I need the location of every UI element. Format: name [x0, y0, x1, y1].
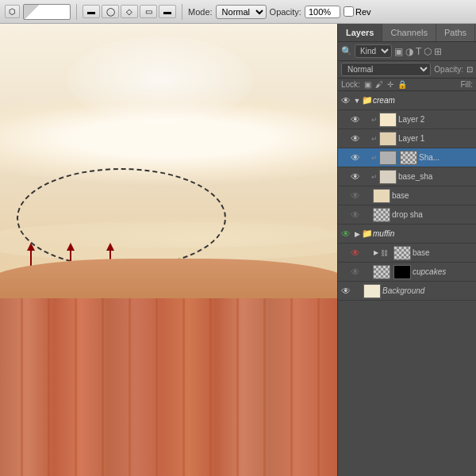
- layer-cupcakes[interactable]: 👁 cupcakes: [338, 263, 476, 282]
- filter-adj-icon[interactable]: ◑: [405, 46, 413, 57]
- cupcake-canvas: Drag the Gradient in this Direction: [0, 24, 337, 476]
- layer-base2[interactable]: 👁 ▶ ⛓ base: [338, 244, 476, 263]
- mode-label: Mode:: [188, 7, 213, 17]
- lock-transparent-icon[interactable]: ▣: [364, 80, 371, 89]
- canvas-area[interactable]: Drag the Gradient in this Direction: [0, 24, 337, 476]
- filter-pixel-icon[interactable]: ▣: [394, 46, 403, 57]
- stripe-2: [48, 298, 50, 476]
- layer-layer1[interactable]: 👁 ↵ Layer 1: [338, 129, 476, 148]
- eye-cupcakes[interactable]: 👁: [349, 267, 362, 278]
- filter-smart-icon[interactable]: ⊞: [434, 46, 442, 57]
- link-shape: ↵: [371, 154, 378, 162]
- thumb-base: [373, 189, 390, 203]
- shape-rect-btn[interactable]: ▬: [83, 5, 100, 18]
- filter-shape-icon[interactable]: ⬡: [424, 46, 432, 57]
- lock-all-icon[interactable]: 🔒: [397, 80, 407, 89]
- layer-base-sha[interactable]: 👁 ↵ base_sha: [338, 167, 476, 186]
- stripe-10: [263, 298, 266, 476]
- stripe-1: [21, 298, 23, 476]
- eye-base-sha[interactable]: 👁: [349, 171, 362, 182]
- thumb-base-sha: [379, 170, 397, 184]
- expand-cream[interactable]: ▼: [352, 97, 362, 105]
- tab-paths[interactable]: Paths: [436, 24, 475, 41]
- stripe-3: [75, 298, 77, 476]
- thumb-layer1: [379, 132, 397, 146]
- layer-drop-sha[interactable]: 👁 drop sha: [338, 205, 476, 225]
- eye-drop-sha[interactable]: 👁: [349, 209, 362, 221]
- lock-paint-icon[interactable]: 🖌: [375, 80, 383, 89]
- fill-label: Fill:: [460, 80, 473, 89]
- main-toolbar: ⬡ ▬ ◯ ◇ ▭ ▬ Mode: Normal Opacity: Rev: [0, 0, 476, 24]
- opacity-label: Opacity:: [434, 65, 463, 74]
- opacity-label: Opacity:: [270, 7, 301, 17]
- blend-mode-row: Normal Opacity: ⊡: [338, 61, 476, 79]
- eye-shape[interactable]: 👁: [349, 152, 362, 163]
- shape-rect2-btn[interactable]: ▭: [140, 5, 157, 18]
- shape-rect3-btn[interactable]: ▬: [159, 5, 176, 18]
- lock-row: Lock: ▣ 🖌 ✛ 🔒 Fill:: [338, 79, 476, 91]
- eye-cream[interactable]: 👁: [340, 95, 352, 106]
- layer-shape[interactable]: 👁 ↵ Sha...: [338, 148, 476, 167]
- shape-diamond-btn[interactable]: ◇: [121, 5, 138, 18]
- link-layer2: ↵: [371, 116, 378, 124]
- rev-label: Rev: [344, 6, 371, 17]
- eye-layer1[interactable]: 👁: [349, 133, 362, 144]
- eye-layer2[interactable]: 👁: [349, 114, 362, 125]
- brush-shape-buttons: ▬ ◯ ◇ ▭ ▬: [83, 5, 176, 18]
- arrow-3-head: [106, 243, 114, 251]
- stripe-4: [102, 298, 104, 476]
- brush-preview: [23, 4, 71, 20]
- eye-base2[interactable]: 👁: [349, 248, 362, 259]
- arrow-2-head: [67, 243, 75, 251]
- chain-base2: ⛓: [381, 249, 392, 257]
- stripe-7: [182, 298, 185, 476]
- thumb-shape1: [379, 151, 397, 165]
- tool-button-1[interactable]: ⬡: [5, 5, 20, 18]
- muffin-group-name: muffin: [373, 229, 474, 238]
- folder-muffin: 📁: [362, 228, 373, 239]
- cream-group-name: cream: [373, 96, 474, 105]
- filter-icons: ▣ ◑ T ⬡ ⊞: [394, 46, 442, 57]
- tab-channels[interactable]: Channels: [382, 24, 436, 41]
- layer2-name: Layer 2: [398, 115, 474, 124]
- lock-move-icon[interactable]: ✛: [387, 80, 393, 89]
- base-name: base: [392, 191, 474, 200]
- thumb-base2: [393, 246, 411, 260]
- lock-label: Lock:: [341, 80, 360, 89]
- layer-layer2[interactable]: 👁 ↵ Layer 2: [338, 110, 476, 129]
- thumb-layer2: [379, 113, 397, 127]
- panel-tabs: Layers Channels Paths: [338, 24, 476, 42]
- link-layer1: ↵: [371, 135, 378, 143]
- eye-muffin[interactable]: 👁: [340, 228, 352, 240]
- expand-base2[interactable]: ▶: [371, 249, 381, 256]
- search-icon: 🔍: [341, 46, 352, 56]
- thumb-shape2: [400, 151, 417, 165]
- link-base-sha: ↵: [371, 173, 378, 181]
- opacity-input[interactable]: [305, 6, 340, 18]
- folder-cream: 📁: [362, 95, 373, 106]
- muffin-body: [0, 259, 337, 476]
- layer-base[interactable]: 👁 base: [338, 186, 476, 205]
- panel-search-row: 🔍 Kind ▣ ◑ T ⬡ ⊞: [338, 42, 476, 61]
- layer-muffin-group[interactable]: 👁 ▶ 📁 muffin: [338, 225, 476, 244]
- shape-circle-btn[interactable]: ◯: [102, 5, 119, 18]
- layer-background[interactable]: 👁 Background: [338, 282, 476, 301]
- separator-1: [76, 4, 77, 20]
- thumb-background: [363, 284, 381, 298]
- kind-select[interactable]: Kind: [355, 44, 392, 58]
- eye-base[interactable]: 👁: [349, 190, 362, 202]
- main-area: Drag the Gradient in this Direction: [0, 24, 476, 476]
- blend-mode-select[interactable]: Normal: [341, 63, 431, 76]
- tool-buttons: ⬡: [5, 5, 20, 18]
- expand-muffin[interactable]: ▶: [352, 230, 362, 238]
- eye-background[interactable]: 👁: [340, 286, 352, 297]
- rev-checkbox[interactable]: [344, 6, 354, 17]
- mode-select[interactable]: Normal: [216, 5, 267, 19]
- tab-layers[interactable]: Layers: [338, 24, 382, 41]
- layers-list: 👁 ▼ 📁 cream 👁 ↵ Layer 2 👁 ↵: [338, 91, 476, 476]
- muffin-main: [0, 298, 337, 476]
- filter-type-icon[interactable]: T: [416, 46, 421, 57]
- layer-cream-group[interactable]: 👁 ▼ 📁 cream: [338, 91, 476, 110]
- stripe-9: [236, 298, 239, 476]
- layer1-name: Layer 1: [398, 134, 474, 143]
